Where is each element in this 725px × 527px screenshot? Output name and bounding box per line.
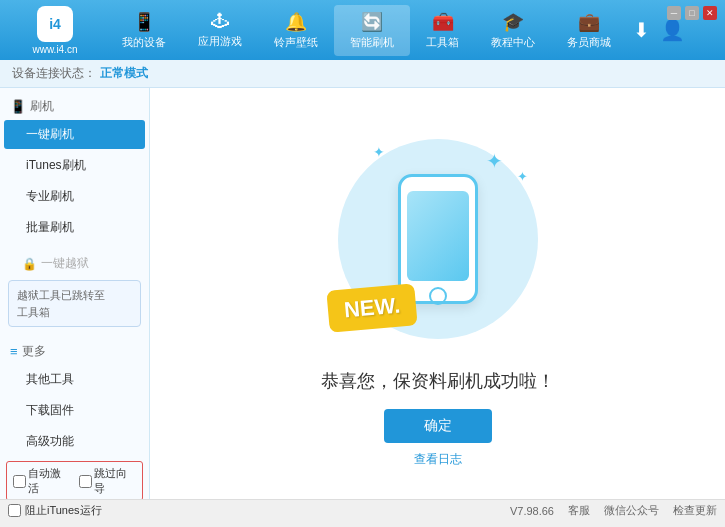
time-guide-label: 跳过向导 — [94, 466, 137, 496]
success-image: ✦ ✦ ✦ NEW. — [318, 119, 558, 359]
sparkle-icon-1: ✦ — [486, 149, 503, 173]
sidebar-item-pro-flash[interactable]: 专业刷机 — [4, 182, 145, 211]
auto-activate-check[interactable]: 自动激活 — [13, 466, 71, 496]
success-title: 恭喜您，保资料刷机成功啦！ — [321, 369, 555, 393]
logo: i4 www.i4.cn — [10, 6, 100, 55]
more-section-icon: ≡ — [10, 344, 18, 359]
sidebar-section-more: ≡ 更多 — [0, 339, 149, 364]
smart-flash-icon: 🔄 — [361, 11, 383, 33]
sidebar-section-jailbreak: 🔒 一键越狱 — [0, 251, 149, 276]
business-icon: 💼 — [578, 11, 600, 33]
auto-check-row: 自动激活 跳过向导 — [13, 466, 136, 496]
nav-apps-games-label: 应用游戏 — [198, 34, 242, 49]
tutorial-icon: 🎓 — [502, 11, 524, 33]
jailbreak-label: 一键越狱 — [41, 255, 89, 272]
new-text: NEW. — [342, 293, 400, 324]
auto-activate-label: 自动激活 — [28, 466, 71, 496]
support-link[interactable]: 客服 — [568, 503, 590, 518]
phone-screen — [407, 191, 469, 281]
time-guide-check[interactable]: 跳过向导 — [79, 466, 137, 496]
new-badge: NEW. — [326, 283, 418, 333]
phone-home-button — [429, 287, 447, 305]
sidebar-item-advanced[interactable]: 高级功能 — [4, 427, 145, 456]
my-device-icon: 📱 — [133, 11, 155, 33]
status-bar: 设备连接状态： 正常模式 — [0, 60, 725, 88]
flash-section-label: 刷机 — [30, 98, 54, 115]
nav-ringtone-label: 铃声壁纸 — [274, 35, 318, 50]
sidebar-item-batch-flash[interactable]: 批量刷机 — [4, 213, 145, 242]
jailbreak-notice: 越狱工具已跳转至工具箱 — [8, 280, 141, 327]
version-label: V7.98.66 — [510, 505, 554, 517]
nav-toolbox-label: 工具箱 — [426, 35, 459, 50]
flash-section-icon: 📱 — [10, 99, 26, 114]
download-button[interactable]: ⬇ — [633, 18, 650, 42]
update-link[interactable]: 检查更新 — [673, 503, 717, 518]
sidebar: 📱 刷机 一键刷机 iTunes刷机 专业刷机 批量刷机 🔒 一键越狱 越狱工具… — [0, 88, 150, 499]
nav-tutorial-label: 教程中心 — [491, 35, 535, 50]
toolbox-icon: 🧰 — [432, 11, 454, 33]
itunes-checkbox[interactable] — [8, 504, 21, 517]
log-link[interactable]: 查看日志 — [414, 451, 462, 468]
nav-business[interactable]: 💼 务员商城 — [551, 5, 627, 56]
lock-icon: 🔒 — [22, 257, 37, 271]
maximize-button[interactable]: □ — [685, 6, 699, 20]
sparkle-icon-2: ✦ — [517, 169, 528, 184]
apps-games-icon: 🕹 — [211, 11, 229, 32]
nav-smart-flash[interactable]: 🔄 智能刷机 — [334, 5, 410, 56]
sparkle-icon-3: ✦ — [373, 144, 385, 160]
minimize-button[interactable]: ─ — [667, 6, 681, 20]
header: i4 www.i4.cn 📱 我的设备 🕹 应用游戏 🔔 铃声壁纸 🔄 智能刷机… — [0, 0, 725, 60]
nav-apps-games[interactable]: 🕹 应用游戏 — [182, 5, 258, 56]
itunes-bar: 阻止iTunes运行 V7.98.66 客服 微信公众号 检查更新 — [0, 499, 725, 521]
sidebar-section-flash: 📱 刷机 — [0, 94, 149, 119]
wechat-link[interactable]: 微信公众号 — [604, 503, 659, 518]
nav-toolbox[interactable]: 🧰 工具箱 — [410, 5, 475, 56]
logo-icon: i4 — [37, 6, 73, 42]
status-value: 正常模式 — [100, 65, 148, 82]
auto-activate-checkbox[interactable] — [13, 475, 26, 488]
close-button[interactable]: ✕ — [703, 6, 717, 20]
nav-my-device[interactable]: 📱 我的设备 — [106, 5, 182, 56]
more-section-label: 更多 — [22, 343, 46, 360]
ringtone-icon: 🔔 — [285, 11, 307, 33]
time-guide-checkbox[interactable] — [79, 475, 92, 488]
nav-smart-flash-label: 智能刷机 — [350, 35, 394, 50]
status-label: 设备连接状态： — [12, 65, 96, 82]
user-button[interactable]: 👤 — [660, 18, 685, 42]
logo-text: www.i4.cn — [32, 44, 77, 55]
sidebar-item-itunes-flash[interactable]: iTunes刷机 — [4, 151, 145, 180]
itunes-label: 阻止iTunes运行 — [25, 503, 102, 518]
sidebar-item-one-key-flash[interactable]: 一键刷机 — [4, 120, 145, 149]
nav-tutorial[interactable]: 🎓 教程中心 — [475, 5, 551, 56]
nav-my-device-label: 我的设备 — [122, 35, 166, 50]
nav-ringtone[interactable]: 🔔 铃声壁纸 — [258, 5, 334, 56]
confirm-button[interactable]: 确定 — [384, 409, 492, 443]
nav-bar: 📱 我的设备 🕹 应用游戏 🔔 铃声壁纸 🔄 智能刷机 🧰 工具箱 🎓 教程中心… — [100, 5, 633, 56]
auto-check-area: 自动激活 跳过向导 — [6, 461, 143, 499]
sidebar-item-other-tools[interactable]: 其他工具 — [4, 365, 145, 394]
nav-business-label: 务员商城 — [567, 35, 611, 50]
content-area: ✦ ✦ ✦ NEW. 恭喜您，保资料刷机成功啦！ 确定 查看日志 — [150, 88, 725, 499]
sidebar-item-download-firmware[interactable]: 下载固件 — [4, 396, 145, 425]
itunes-check[interactable]: 阻止iTunes运行 — [8, 503, 102, 518]
